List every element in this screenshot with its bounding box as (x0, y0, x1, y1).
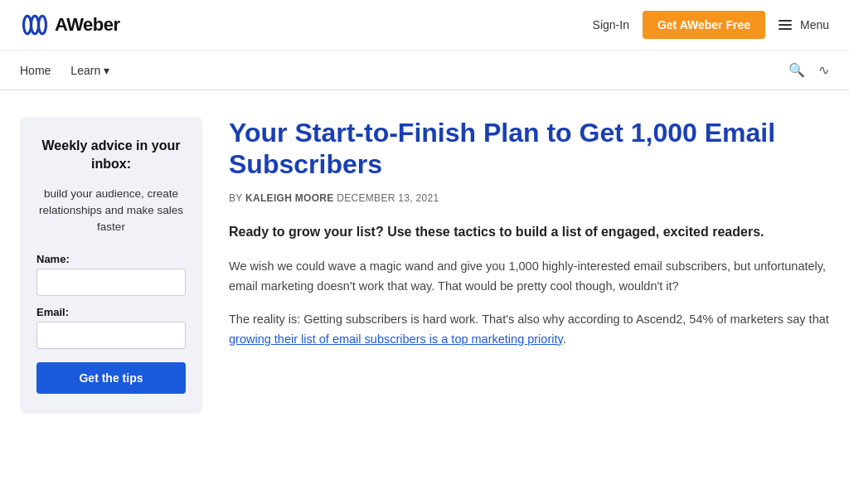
name-label: Name: (36, 253, 186, 265)
article-body-link[interactable]: growing their list of email subscribers … (229, 332, 563, 346)
header-actions: Sign-In Get AWeber Free Menu (593, 11, 829, 39)
rss-icon[interactable]: ∿ (818, 62, 829, 78)
logo[interactable]: AWeber (20, 10, 120, 40)
email-input[interactable] (36, 322, 186, 349)
name-input[interactable] (36, 269, 186, 296)
article: Your Start-to-Finish Plan to Get 1,000 E… (229, 117, 829, 414)
nav-links: Home Learn ▾ (20, 64, 109, 77)
by-prefix: BY (229, 192, 245, 204)
article-meta: BY KALEIGH MOORE DECEMBER 13, 2021 (229, 192, 829, 204)
email-label: Email: (36, 306, 186, 318)
sidebar-title: Weekly advice in your inbox: (36, 137, 186, 174)
logo-text: AWeber (55, 14, 120, 36)
article-author: KALEIGH MOORE (245, 192, 334, 204)
site-header: AWeber Sign-In Get AWeber Free Menu (0, 0, 849, 51)
article-date: DECEMBER 13, 2021 (337, 192, 439, 204)
body2-before: The reality is: Getting subscribers is h… (229, 313, 829, 326)
sign-in-link[interactable]: Sign-In (593, 18, 629, 32)
get-aweber-free-button[interactable]: Get AWeber Free (643, 11, 765, 39)
sidebar-description: build your audience, create relationship… (36, 186, 186, 236)
menu-button[interactable]: Menu (779, 18, 829, 32)
chevron-down-icon: ▾ (104, 64, 109, 77)
svg-point-2 (39, 16, 46, 34)
nav-home[interactable]: Home (20, 64, 51, 77)
get-tips-button[interactable]: Get the tips (36, 362, 186, 394)
article-intro: Ready to grow your list? Use these tacti… (229, 222, 829, 242)
nav-learn[interactable]: Learn ▾ (70, 64, 109, 77)
body2-after: . (563, 332, 566, 346)
article-title: Your Start-to-Finish Plan to Get 1,000 E… (229, 117, 829, 181)
nav-utilities: 🔍 ∿ (788, 62, 829, 78)
article-body-1: We wish we could wave a magic wand and g… (229, 257, 829, 297)
primary-nav: Home Learn ▾ 🔍 ∿ (0, 51, 849, 90)
search-icon[interactable]: 🔍 (788, 62, 805, 78)
email-signup-sidebar: Weekly advice in your inbox: build your … (20, 117, 202, 414)
hamburger-icon (779, 20, 792, 30)
article-body-2: The reality is: Getting subscribers is h… (229, 310, 829, 350)
main-content: Weekly advice in your inbox: build your … (0, 90, 849, 440)
aweber-logo-icon (20, 10, 50, 40)
